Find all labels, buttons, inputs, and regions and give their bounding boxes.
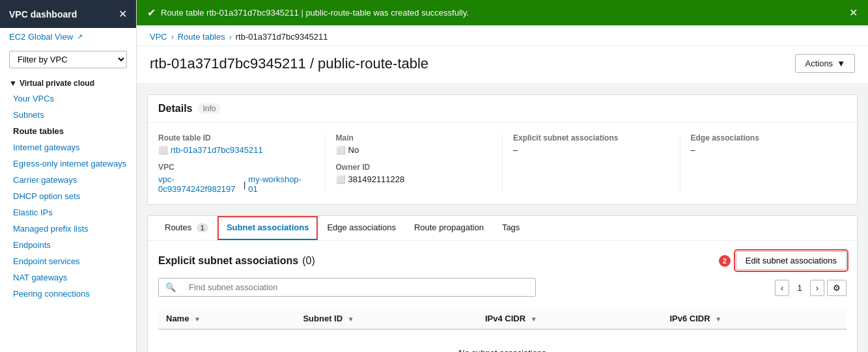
vpc-name-link[interactable]: my-workshop-01 xyxy=(248,174,303,194)
empty-state-title: No subnet associations xyxy=(179,348,826,352)
details-card: Details Info Route table ID ⬜ rtb-01a371… xyxy=(147,94,858,205)
subnet-section-title: Explicit subnet associations (0) xyxy=(158,255,315,267)
main-label: Main xyxy=(336,133,482,142)
copy-icon-2[interactable]: ⬜ xyxy=(336,146,346,155)
sidebar-item-egress-only-gateways[interactable]: Egress-only internet gateways xyxy=(0,156,136,172)
sidebar-header: VPC dashboard ✕ xyxy=(0,0,136,28)
pagination-settings-button[interactable]: ⚙ xyxy=(827,280,847,296)
subnet-associations-content: Explicit subnet associations (0) 2 Edit … xyxy=(148,241,857,352)
subnet-header-right: 2 Edit subnet associations xyxy=(719,251,847,270)
empty-state-row: No subnet associations You do not have a… xyxy=(158,329,847,352)
success-banner: ✔ Route table rtb-01a371d7bc9345211 | pu… xyxy=(137,0,868,25)
pagination-current-page: 1 xyxy=(792,280,807,295)
sidebar-item-elastic-ips[interactable]: Elastic IPs xyxy=(0,204,136,221)
detail-sep-2 xyxy=(502,133,503,194)
vpc-value: vpc-0c93974242f982197 | my-workshop-01 xyxy=(158,174,304,194)
sidebar-item-endpoints[interactable]: Endpoints xyxy=(0,237,136,253)
pagination-prev-button[interactable]: ‹ xyxy=(775,280,789,296)
tab-edge-label: Edge associations xyxy=(327,223,396,232)
detail-sep-3 xyxy=(680,133,680,194)
content-area: VPC › Route tables › rtb-01a371d7bc93452… xyxy=(137,25,868,352)
subnet-id-sort-icon[interactable]: ▼ xyxy=(348,316,354,323)
section-title: Virtual private cloud xyxy=(20,79,94,88)
pagination-next-button[interactable]: › xyxy=(810,280,824,296)
tabs: Routes 1 Subnet associations Edge associ… xyxy=(148,216,857,241)
breadcrumb-route-tables-link[interactable]: Route tables xyxy=(178,32,225,42)
route-table-id-link[interactable]: rtb-01a371d7bc9345211 xyxy=(171,145,263,155)
search-input[interactable] xyxy=(182,278,535,296)
sidebar-item-nat-gateways[interactable]: NAT gateways xyxy=(0,269,136,286)
breadcrumb: VPC › Route tables › rtb-01a371d7bc93452… xyxy=(137,25,868,46)
breadcrumb-vpc-link[interactable]: VPC xyxy=(150,32,167,42)
info-badge[interactable]: Info xyxy=(197,103,221,114)
sidebar-item-managed-prefix-lists[interactable]: Managed prefix lists xyxy=(0,221,136,237)
owner-id-label: Owner ID xyxy=(336,163,482,172)
tab-subnet-label: Subnet associations xyxy=(227,223,309,232)
sidebar-item-endpoint-services[interactable]: Endpoint services xyxy=(0,253,136,269)
col-name-label: Name xyxy=(166,314,189,323)
sidebar: VPC dashboard ✕ EC2 Global View ↗ Filter… xyxy=(0,0,137,352)
ipv4-sort-icon[interactable]: ▼ xyxy=(531,316,537,323)
col-ipv4-label: IPv4 CIDR xyxy=(485,314,525,323)
details-title: Details xyxy=(158,103,192,115)
tab-propagation-label: Route propagation xyxy=(414,223,484,232)
tab-subnet-associations[interactable]: Subnet associations xyxy=(217,216,318,240)
owner-id-group: Owner ID ⬜ 381492111228 xyxy=(336,163,482,184)
vpc-filter[interactable]: Filter by VPC xyxy=(0,46,136,74)
main-value: ⬜ No xyxy=(336,145,482,155)
banner-message: Route table rtb-01a371d7bc9345211 | publ… xyxy=(161,8,469,18)
main-value-text: No xyxy=(348,145,359,155)
tab-route-propagation[interactable]: Route propagation xyxy=(405,216,493,240)
sidebar-close-button[interactable]: ✕ xyxy=(119,8,127,20)
vpc-group: VPC vpc-0c93974242f982197 | my-workshop-… xyxy=(158,163,304,194)
sidebar-item-your-vpcs[interactable]: Your VPCs xyxy=(0,90,136,107)
sidebar-item-peering-connections[interactable]: Peering connections xyxy=(0,286,136,302)
breadcrumb-current: rtb-01a371d7bc9345211 xyxy=(236,32,328,42)
edit-subnet-associations-button[interactable]: Edit subnet associations xyxy=(736,251,847,270)
table-header-row: Name ▼ Subnet ID ▼ IPv4 CIDR ▼ xyxy=(158,308,847,329)
copy-icon-3[interactable]: ⬜ xyxy=(336,175,346,184)
name-sort-icon[interactable]: ▼ xyxy=(194,316,201,323)
tab-tags[interactable]: Tags xyxy=(493,216,529,240)
sidebar-item-route-tables[interactable]: Route tables xyxy=(0,123,136,139)
actions-button[interactable]: Actions ▼ xyxy=(795,54,855,73)
copy-icon[interactable]: ⬜ xyxy=(158,146,168,155)
sidebar-item-internet-gateways[interactable]: Internet gateways xyxy=(0,139,136,156)
owner-id-text: 381492111228 xyxy=(348,174,405,184)
actions-label: Actions xyxy=(805,59,833,68)
ipv6-sort-icon[interactable]: ▼ xyxy=(715,316,721,323)
banner-close-button[interactable]: ✕ xyxy=(849,7,858,19)
search-pagination-row: 🔍 ‹ 1 › ⚙ xyxy=(158,278,847,303)
empty-state: No subnet associations You do not have a… xyxy=(166,335,839,352)
edit-btn-label: Edit subnet associations xyxy=(746,256,837,265)
route-table-id-label: Route table ID xyxy=(158,133,304,142)
edge-associations-label: Edge associations xyxy=(691,133,837,142)
tab-routes-badge: 1 xyxy=(197,223,208,232)
detail-sep-1 xyxy=(325,133,326,194)
breadcrumb-sep-1: › xyxy=(171,33,174,42)
owner-id-value: ⬜ 381492111228 xyxy=(336,174,482,184)
tab-edge-associations[interactable]: Edge associations xyxy=(318,216,405,240)
col-subnet-id-label: Subnet ID xyxy=(303,314,343,323)
banner-left: ✔ Route table rtb-01a371d7bc9345211 | pu… xyxy=(147,7,469,19)
page-header: rtb-01a371d7bc9345211 / public-route-tab… xyxy=(137,46,868,84)
sidebar-item-subnets[interactable]: Subnets xyxy=(0,107,136,123)
sidebar-item-dhcp-option-sets[interactable]: DHCP option sets xyxy=(0,188,136,204)
pagination: ‹ 1 › ⚙ xyxy=(775,280,847,296)
explicit-subnet-group: Explicit subnet associations – xyxy=(513,133,669,194)
search-icon: 🔍 xyxy=(159,278,182,296)
sidebar-item-carrier-gateways[interactable]: Carrier gateways xyxy=(0,172,136,188)
breadcrumb-sep-2: › xyxy=(229,33,232,42)
search-bar: 🔍 xyxy=(158,278,536,297)
col-name: Name ▼ xyxy=(158,308,295,329)
tab-routes[interactable]: Routes 1 xyxy=(156,216,217,240)
step-number-badge: 2 xyxy=(719,255,731,267)
ec2-global-view-link[interactable]: EC2 Global View ↗ xyxy=(0,28,136,46)
empty-state-cell: No subnet associations You do not have a… xyxy=(158,329,847,352)
subnet-table: Name ▼ Subnet ID ▼ IPv4 CIDR ▼ xyxy=(158,308,847,352)
route-table-id-group: Route table ID ⬜ rtb-01a371d7bc9345211 V… xyxy=(158,133,315,194)
virtual-private-cloud-section: ▼ Virtual private cloud xyxy=(0,74,136,90)
vpc-filter-select[interactable]: Filter by VPC xyxy=(9,51,127,68)
vpc-id-link[interactable]: vpc-0c93974242f982197 xyxy=(158,174,241,194)
col-ipv6-cidr: IPv6 CIDR ▼ xyxy=(662,308,847,329)
